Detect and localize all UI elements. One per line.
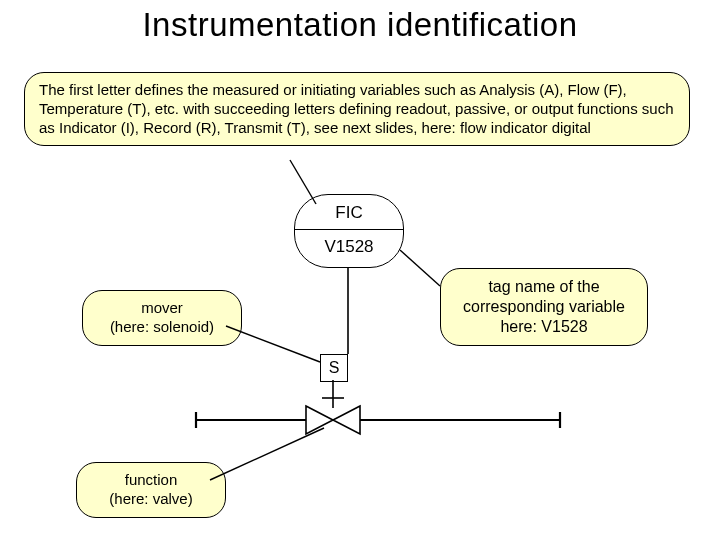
mover-callout: mover(here: solenoid) — [82, 290, 242, 346]
slide-title: Instrumentation identification — [0, 6, 720, 44]
instrument-divider — [295, 229, 403, 230]
function-callout: function(here: valve) — [76, 462, 226, 518]
svg-line-3 — [210, 428, 324, 480]
svg-line-1 — [400, 250, 440, 286]
description-callout: The first letter defines the measured or… — [24, 72, 690, 146]
instrument-code: FIC — [295, 203, 403, 223]
function-callout-text: function(here: valve) — [109, 471, 192, 507]
actuator-letter-box: S — [320, 354, 348, 382]
slide-stage: Instrumentation identification The first… — [0, 0, 720, 540]
mover-callout-text: mover(here: solenoid) — [110, 299, 214, 335]
tag-callout-text: tag name of the corresponding variablehe… — [463, 278, 625, 335]
instrument-bubble: FIC V1528 — [294, 194, 404, 268]
instrument-tag: V1528 — [295, 237, 403, 257]
tag-callout: tag name of the corresponding variablehe… — [440, 268, 648, 346]
svg-marker-7 — [333, 406, 360, 434]
svg-marker-6 — [306, 406, 333, 434]
